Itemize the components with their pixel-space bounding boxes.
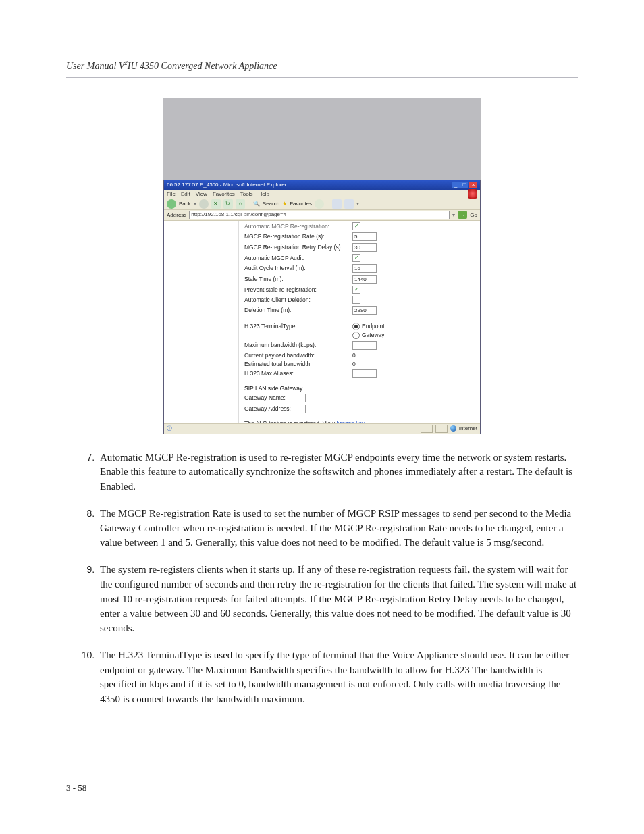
deltime-input[interactable]: 2880 bbox=[352, 306, 377, 315]
menu-file[interactable]: File bbox=[167, 191, 176, 197]
back-icon[interactable] bbox=[167, 199, 176, 209]
autodel-checkbox[interactable] bbox=[352, 296, 360, 304]
close-icon[interactable]: × bbox=[469, 182, 477, 188]
address-label: Address bbox=[167, 212, 186, 218]
minimize-icon[interactable]: _ bbox=[452, 182, 460, 188]
maxalias-label: H.323 Max Aliases: bbox=[244, 370, 352, 377]
curbw-label: Current payload bandwidth: bbox=[244, 352, 352, 359]
auto-rereg-checkbox[interactable]: ✓ bbox=[352, 222, 360, 230]
address-input[interactable]: http://192.168.1.1/cgi-bin/config/page=4 bbox=[189, 211, 450, 219]
menu-view[interactable]: View bbox=[196, 191, 207, 197]
ie-logo-icon bbox=[468, 189, 477, 199]
license-line: The ALG feature is registered. View lice… bbox=[244, 420, 475, 423]
license-key-link[interactable]: license key bbox=[336, 420, 365, 423]
prevent-label: Prevent stale re-registration: bbox=[244, 286, 352, 293]
window-buttons: _ □ × bbox=[452, 182, 477, 188]
gname-label: Gateway Name: bbox=[244, 394, 305, 401]
rereg-rate-input[interactable]: 5 bbox=[352, 232, 377, 241]
page-header: User Manual V2IU 4350 Converged Network … bbox=[66, 59, 578, 72]
sip-section-head: SIP LAN side Gateway bbox=[244, 385, 475, 392]
tool-chevron-icon[interactable]: ▾ bbox=[356, 201, 359, 207]
cycle-input[interactable]: 16 bbox=[352, 264, 377, 273]
address-value: http://192.168.1.1/cgi-bin/config/page=4 bbox=[191, 211, 286, 217]
endpoint-label: Endpoint bbox=[362, 323, 385, 330]
stop-icon[interactable]: ✕ bbox=[211, 199, 221, 209]
cycle-label: Audit Cycle Interval (m): bbox=[244, 265, 352, 271]
autodel-label: Automatic Client Deletion: bbox=[244, 296, 352, 303]
maxbw-label: Maximum bandwidth (kbps): bbox=[244, 342, 352, 348]
refresh-icon[interactable]: ↻ bbox=[223, 199, 233, 209]
gateway-radio[interactable] bbox=[352, 332, 360, 339]
gaddr-input[interactable] bbox=[305, 405, 383, 413]
page-number: 3 - 58 bbox=[66, 783, 86, 793]
back-label[interactable]: Back bbox=[179, 201, 191, 207]
list-item-9: The system re-registers clients when it … bbox=[97, 563, 578, 636]
header-post: IU 4350 Converged Network Appliance bbox=[128, 61, 277, 71]
left-nav-pane bbox=[164, 221, 239, 423]
go-button[interactable]: → bbox=[458, 211, 467, 219]
favorites-icon[interactable]: ★ bbox=[282, 201, 287, 207]
forward-icon[interactable] bbox=[199, 199, 209, 209]
instruction-list: Automatic MGCP Re-registration is used t… bbox=[70, 450, 578, 707]
endpoint-radio[interactable] bbox=[352, 323, 360, 330]
internet-zone-icon bbox=[450, 425, 456, 432]
form-area: Automatic MGCP Re-registration: ✓ MGCP R… bbox=[239, 221, 480, 423]
status-zone-label: Internet bbox=[459, 425, 477, 432]
menu-tools[interactable]: Tools bbox=[240, 191, 253, 197]
maximize-icon[interactable]: □ bbox=[460, 182, 468, 188]
menu-help[interactable]: Help bbox=[258, 191, 269, 197]
list-item-10: The H.323 TerminalType is used to specif… bbox=[97, 648, 578, 707]
ie-window: 66.52.177.57 E_4300 - Microsoft Internet… bbox=[163, 180, 481, 434]
list-item-8: The MGCP Re-registration Rate is used to… bbox=[97, 506, 578, 550]
status-cell-1 bbox=[421, 425, 433, 433]
mail-icon[interactable] bbox=[332, 199, 342, 209]
maxbw-input[interactable] bbox=[352, 341, 377, 350]
rereg-retry-input[interactable]: 30 bbox=[352, 243, 377, 252]
addr-chevron-icon[interactable]: ▾ bbox=[452, 212, 455, 218]
favorites-label[interactable]: Favorites bbox=[290, 201, 312, 207]
gateway-label: Gateway bbox=[362, 332, 385, 338]
estbw-label: Estimated total bandwidth: bbox=[244, 361, 352, 367]
stale-label: Stale Time (m): bbox=[244, 276, 352, 282]
license-pre: The ALG feature is registered. View bbox=[244, 420, 336, 423]
search-icon[interactable]: 🔍 bbox=[253, 201, 260, 207]
prevent-checkbox[interactable]: ✓ bbox=[352, 286, 360, 294]
list-item-7: Automatic MGCP Re-registration is used t… bbox=[97, 450, 578, 494]
audit-label: Automatic MGCP Audit: bbox=[244, 255, 352, 261]
status-left-icon: ⓘ bbox=[167, 425, 172, 432]
gaddr-label: Gateway Address: bbox=[244, 405, 305, 412]
rereg-rate-label: MGCP Re-registration Rate (s): bbox=[244, 233, 352, 240]
menu-edit[interactable]: Edit bbox=[181, 191, 190, 197]
home-icon[interactable]: ⌂ bbox=[236, 199, 245, 209]
maxalias-input[interactable] bbox=[352, 369, 377, 378]
menu-favorites[interactable]: Favorites bbox=[213, 191, 235, 197]
h323-terminal-label: H.323 TerminalType: bbox=[244, 323, 352, 330]
status-cell-2 bbox=[435, 425, 448, 433]
back-chevron-icon[interactable]: ▾ bbox=[194, 201, 196, 207]
ie-window-title: 66.52.177.57 E_4300 - Microsoft Internet… bbox=[167, 182, 286, 188]
header-pre: User Manual V bbox=[66, 61, 124, 71]
history-icon[interactable] bbox=[315, 199, 324, 209]
search-label[interactable]: Search bbox=[263, 201, 279, 207]
rereg-retry-label: MGCP Re-registration Retry Delay (s): bbox=[244, 244, 352, 251]
deltime-label: Deletion Time (m): bbox=[244, 307, 352, 313]
estbw-value: 0 bbox=[352, 361, 356, 367]
screenshot-figure: 66.52.177.57 E_4300 - Microsoft Internet… bbox=[163, 98, 481, 434]
print-icon[interactable] bbox=[344, 199, 354, 209]
auto-rereg-label: Automatic MGCP Re-registration: bbox=[244, 223, 352, 230]
curbw-value: 0 bbox=[352, 352, 356, 359]
go-label[interactable]: Go bbox=[470, 212, 477, 218]
stale-input[interactable]: 1440 bbox=[352, 275, 377, 284]
audit-checkbox[interactable]: ✓ bbox=[352, 254, 360, 262]
gname-input[interactable] bbox=[305, 394, 383, 402]
figure-gray-band bbox=[163, 98, 481, 180]
header-rule bbox=[66, 77, 578, 78]
